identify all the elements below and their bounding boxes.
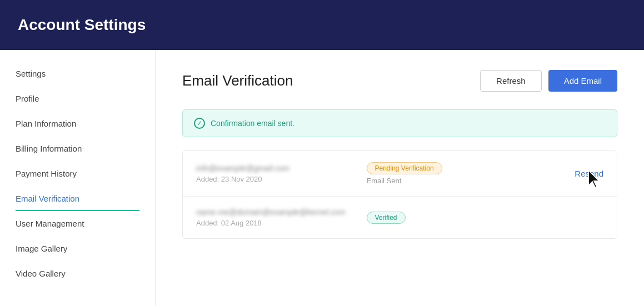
email-sent-label: Email Sent [367, 177, 537, 185]
sidebar-item-payment-history[interactable]: Payment History [0, 161, 155, 186]
alert-message: Confirmation email sent. [211, 119, 294, 128]
sidebar-item-image-gallery[interactable]: Image Gallery [0, 236, 155, 261]
email-status: Verified [367, 212, 537, 224]
email-address: info@example@gmail.com [196, 164, 367, 173]
email-date: Added: 02 Aug 2018 [196, 219, 367, 227]
email-address: name.me@domain@example@kernel.com [196, 208, 367, 217]
svg-marker-0 [588, 170, 599, 188]
action-buttons: Refresh Add Email [480, 70, 617, 92]
sidebar-item-user-management[interactable]: User Management [0, 211, 155, 236]
sidebar-item-settings[interactable]: Settings [0, 61, 155, 86]
status-badge-pending: Pending Verification [367, 162, 442, 174]
email-action: Resend [537, 169, 603, 179]
sidebar-item-billing-information[interactable]: Billing Information [0, 136, 155, 161]
check-icon: ✓ [194, 118, 205, 129]
cursor-icon [586, 169, 603, 190]
email-row: info@example@gmail.comAdded: 23 Nov 2020… [183, 151, 617, 197]
sidebar-item-profile[interactable]: Profile [0, 86, 155, 111]
refresh-button[interactable]: Refresh [480, 70, 542, 92]
sidebar-item-plan-information[interactable]: Plan Information [0, 111, 155, 136]
sidebar-item-email-verification[interactable]: Email Verification [0, 186, 155, 211]
add-email-button[interactable]: Add Email [548, 70, 617, 92]
email-list: info@example@gmail.comAdded: 23 Nov 2020… [182, 151, 617, 239]
sidebar: SettingsProfilePlan InformationBilling I… [0, 50, 156, 306]
email-status: Pending VerificationEmail Sent [367, 162, 537, 185]
status-badge-verified: Verified [367, 212, 406, 224]
email-info: name.me@domain@example@kernel.comAdded: … [196, 208, 367, 227]
email-row: name.me@domain@example@kernel.comAdded: … [183, 197, 617, 238]
success-alert: ✓ Confirmation email sent. [182, 109, 617, 137]
page-title: Account Settings [18, 16, 146, 34]
sidebar-item-video-gallery[interactable]: Video Gallery [0, 261, 155, 286]
email-info: info@example@gmail.comAdded: 23 Nov 2020 [196, 164, 367, 183]
section-title: Email Verification [182, 72, 293, 89]
email-date: Added: 23 Nov 2020 [196, 175, 367, 183]
main-header: Email Verification Refresh Add Email [182, 70, 617, 92]
main-content: Email Verification Refresh Add Email ✓ C… [156, 50, 644, 306]
